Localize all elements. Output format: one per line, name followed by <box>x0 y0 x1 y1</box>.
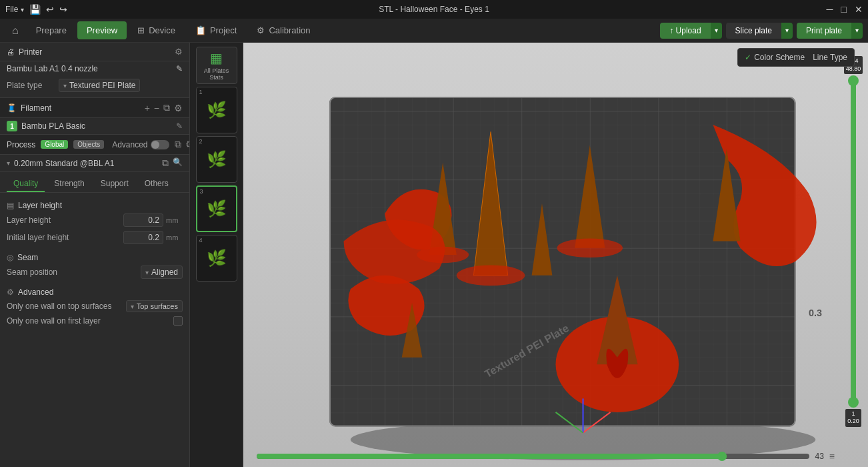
minimize-button[interactable]: ─ <box>827 4 833 15</box>
seam-group-header: ◎ Seam <box>0 250 189 264</box>
filament-name: Bambu PLA Basic <box>21 121 172 131</box>
process-title: Process <box>7 140 35 149</box>
nav-calibration[interactable]: ⚙ Calibration <box>247 21 319 39</box>
tab-strength[interactable]: Strength <box>47 176 91 192</box>
redo-button[interactable]: ↪ <box>59 4 67 15</box>
advanced-toggle-switch[interactable] <box>151 140 169 149</box>
upload-button[interactable]: ↑ Upload <box>660 23 710 39</box>
initial-layer-height-label: Initial layer height <box>7 233 121 242</box>
filament-item: 1 Bambu PLA Basic ✎ <box>0 118 189 134</box>
only-one-wall-top-row: Only one wall on top surfaces ▾ Top surf… <box>0 298 189 314</box>
progress-handle[interactable] <box>717 452 727 461</box>
bottom-bar: 43 ≡ <box>257 451 835 462</box>
file-menu[interactable]: File ▾ <box>5 5 24 14</box>
layer-height-input[interactable] <box>123 213 163 227</box>
printer-section-title: 🖨 Printer <box>7 47 42 57</box>
seam-position-dropdown[interactable]: ▾ Aligned <box>141 266 183 279</box>
title-bar-controls: ─ □ ✕ <box>827 4 863 15</box>
printer-edit-icon[interactable]: ✎ <box>176 64 183 73</box>
svg-point-17 <box>557 238 623 258</box>
only-one-wall-first-row: Only one wall on first layer <box>0 314 189 328</box>
thumbnail-panel: ▦ All PlatesStats 1 🌿 2 🌿 3 🌿 4 🌿 <box>190 43 243 467</box>
layers-icon[interactable]: ≡ <box>829 451 835 462</box>
filament-remove-icon[interactable]: − <box>154 103 159 113</box>
stats-icon: ▦ <box>210 50 223 66</box>
nav-project[interactable]: 📋 Project <box>186 21 246 39</box>
only-one-wall-top-dropdown[interactable]: ▾ Top surfaces <box>126 300 183 312</box>
upload-dropdown[interactable]: ▾ <box>711 23 722 39</box>
toggle-knob <box>151 141 159 149</box>
advanced-toggle[interactable]: Advanced <box>112 140 169 149</box>
thumbnail-1[interactable]: 1 🌿 <box>196 87 237 133</box>
thumbnail-3[interactable]: 3 🌿 <box>196 185 237 232</box>
home-button[interactable]: ⌂ <box>5 21 25 41</box>
printer-settings-icon[interactable]: ⚙ <box>175 47 183 57</box>
viewport-3d[interactable]: Textured PEI Plate <box>243 43 868 467</box>
maximize-button[interactable]: □ <box>841 4 847 15</box>
printer-name-row: Bambu Lab A1 0.4 nozzle ✎ <box>0 61 189 76</box>
process-section-header: Process Global Objects Advanced ⧉ ⚙ <box>0 134 189 155</box>
process-icons: ⧉ ⚙ <box>175 139 190 150</box>
only-one-wall-first-checkbox[interactable] <box>173 316 183 326</box>
settings-area: ▤ Layer height Layer height mm Initial l… <box>0 193 189 333</box>
seam-position-row: Seam position ▾ Aligned <box>0 264 189 281</box>
layer-slider[interactable]: 244 48.80 1 0.20 <box>844 56 863 427</box>
ruler-handle-top[interactable] <box>848 75 859 86</box>
tag-objects[interactable]: Objects <box>73 140 104 149</box>
save-button[interactable]: 💾 <box>29 4 41 15</box>
close-button[interactable]: ✕ <box>855 4 863 15</box>
process-settings-icon[interactable]: ⚙ <box>185 139 190 150</box>
process-profile-row: ▾ 0.20mm Standard @BBL A1 ⧉ 🔍 <box>0 155 189 172</box>
printer-section-header: 🖨 Printer ⚙ <box>0 43 189 61</box>
nav-preview[interactable]: Preview <box>77 21 127 39</box>
plate-type-dropdown[interactable]: ▾ Textured PEI Plate <box>59 79 140 92</box>
printer-icon: 🖨 <box>7 47 15 57</box>
nav-device[interactable]: ⊞ Device <box>128 21 185 39</box>
plate-type-row: Plate type ▾ Textured PEI Plate <box>0 76 189 97</box>
title-bar-left: File ▾ 💾 ↩ ↪ <box>5 4 67 15</box>
svg-text:0.3: 0.3 <box>809 308 822 318</box>
color-scheme-option[interactable]: ✓ Color Scheme <box>745 53 805 62</box>
filament-copy-icon[interactable]: ⧉ <box>163 102 170 113</box>
layer-progress-bar[interactable] <box>257 454 809 459</box>
left-panel: 🖨 Printer ⚙ Bambu Lab A1 0.4 nozzle ✎ Pl… <box>0 43 190 467</box>
tab-others[interactable]: Others <box>138 176 175 192</box>
slice-button[interactable]: Slice plate <box>726 23 781 39</box>
filament-add-icon[interactable]: + <box>145 103 150 113</box>
layer-height-row: Layer height mm <box>0 211 189 229</box>
all-plates-stats[interactable]: ▦ All PlatesStats <box>196 47 237 84</box>
thumbnail-2[interactable]: 2 🌿 <box>196 136 237 183</box>
filament-settings-icon[interactable]: ⚙ <box>174 103 183 113</box>
ruler-bottom-value: 1 0.20 <box>845 409 861 427</box>
slice-dropdown[interactable]: ▾ <box>781 23 793 39</box>
tab-quality[interactable]: Quality <box>7 176 45 192</box>
filament-edit-icon[interactable]: ✎ <box>176 121 183 131</box>
upload-btn-group: ↑ Upload ▾ <box>660 23 721 39</box>
tab-support[interactable]: Support <box>94 176 135 192</box>
layer-height-unit: mm <box>166 216 183 224</box>
filament-badge: 1 <box>7 121 17 131</box>
filament-actions: + − ⧉ ⚙ <box>145 102 183 113</box>
ruler-handle-bottom[interactable] <box>848 397 859 408</box>
filament-icon: 🧵 <box>7 103 17 113</box>
main-layout: 🖨 Printer ⚙ Bambu Lab A1 0.4 nozzle ✎ Pl… <box>0 43 868 467</box>
nav-prepare[interactable]: Prepare <box>27 21 76 39</box>
print-dropdown[interactable]: ▾ <box>851 23 863 39</box>
plate-type-label: Plate type <box>7 81 53 90</box>
process-copy-icon[interactable]: ⧉ <box>175 139 181 150</box>
calibration-icon: ⚙ <box>257 25 265 35</box>
progress-label: 43 <box>815 452 823 461</box>
initial-layer-height-input[interactable] <box>123 231 163 244</box>
undo-button[interactable]: ↩ <box>46 4 54 15</box>
profile-copy-icon[interactable]: ⧉ <box>162 157 169 169</box>
line-type-option[interactable]: Line Type <box>813 53 847 62</box>
print-btn-group: Print plate ▾ <box>797 23 863 39</box>
thumbnail-4[interactable]: 4 🌿 <box>196 235 237 282</box>
only-one-wall-top-label: Only one wall on top surfaces <box>7 302 122 311</box>
initial-layer-height-row: Initial layer height mm <box>0 229 189 246</box>
ruler-bar[interactable] <box>851 77 856 406</box>
print-button[interactable]: Print plate <box>797 23 851 39</box>
profile-search-icon[interactable]: 🔍 <box>173 157 183 169</box>
nav-bar: ⌂ Prepare Preview ⊞ Device 📋 Project ⚙ C… <box>0 19 868 43</box>
tag-global[interactable]: Global <box>41 140 68 149</box>
